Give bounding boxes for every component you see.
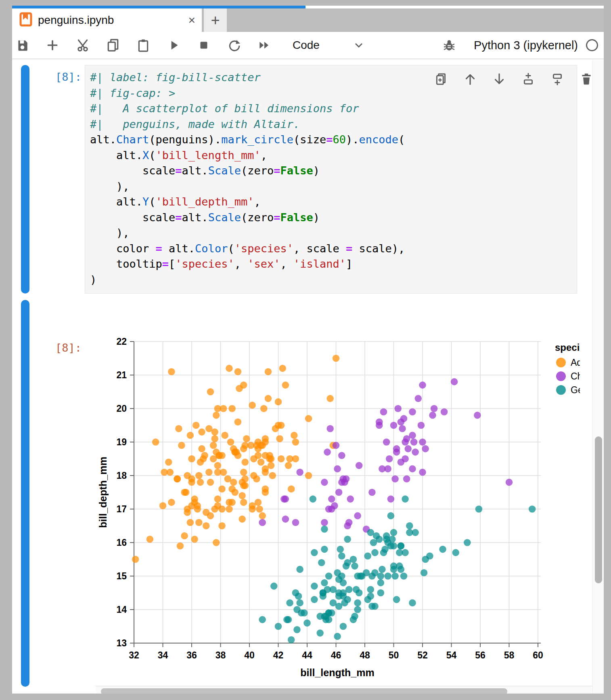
data-point-gentoo[interactable] (371, 549, 379, 556)
data-point-chinstrap[interactable] (376, 418, 383, 425)
data-point-adelie[interactable] (265, 368, 272, 375)
data-point-adelie[interactable] (253, 476, 260, 483)
data-point-gentoo[interactable] (303, 619, 311, 627)
horizontal-scrollbar[interactable] (96, 686, 598, 694)
data-point-gentoo[interactable] (398, 566, 405, 573)
data-point-gentoo[interactable] (354, 599, 361, 607)
data-point-chinstrap[interactable] (380, 409, 387, 416)
data-point-adelie[interactable] (268, 455, 275, 463)
data-point-adelie[interactable] (220, 405, 227, 412)
data-point-chinstrap[interactable] (335, 489, 343, 496)
data-point-chinstrap[interactable] (259, 519, 266, 526)
horizontal-scrollbar-thumb[interactable] (101, 688, 507, 694)
data-point-gentoo[interactable] (345, 586, 353, 593)
data-point-gentoo[interactable] (412, 529, 419, 536)
data-point-chinstrap[interactable] (402, 455, 409, 463)
data-point-adelie[interactable] (226, 505, 233, 513)
data-point-adelie[interactable] (241, 459, 249, 466)
data-point-chinstrap[interactable] (282, 516, 289, 523)
data-point-adelie[interactable] (218, 522, 226, 530)
data-point-chinstrap[interactable] (296, 469, 303, 476)
data-point-adelie[interactable] (159, 502, 167, 509)
data-point-gentoo[interactable] (354, 606, 361, 613)
data-point-adelie[interactable] (218, 505, 226, 513)
data-point-gentoo[interactable] (337, 546, 344, 553)
data-point-adelie[interactable] (226, 365, 233, 372)
data-point-gentoo[interactable] (344, 596, 351, 603)
vertical-scrollbar[interactable] (592, 60, 604, 694)
data-point-chinstrap[interactable] (282, 495, 289, 503)
data-point-adelie[interactable] (259, 512, 266, 520)
data-point-gentoo[interactable] (364, 552, 371, 560)
data-point-adelie[interactable] (262, 489, 269, 496)
data-point-gentoo[interactable] (285, 616, 292, 623)
data-point-adelie[interactable] (241, 482, 249, 489)
data-point-gentoo[interactable] (400, 572, 408, 580)
data-point-chinstrap[interactable] (391, 476, 399, 483)
data-point-adelie[interactable] (241, 442, 249, 449)
cut-button[interactable] (76, 38, 90, 52)
data-point-chinstrap[interactable] (386, 455, 393, 463)
data-point-adelie[interactable] (182, 489, 190, 496)
data-point-adelie[interactable] (207, 512, 214, 520)
data-point-gentoo[interactable] (367, 593, 375, 600)
data-point-adelie[interactable] (282, 381, 289, 389)
data-point-adelie[interactable] (198, 445, 205, 453)
data-point-chinstrap[interactable] (292, 519, 299, 526)
data-point-gentoo[interactable] (344, 536, 351, 543)
data-point-adelie[interactable] (279, 365, 286, 372)
data-point-adelie[interactable] (210, 442, 217, 449)
data-point-gentoo[interactable] (286, 599, 293, 607)
data-point-adelie[interactable] (275, 398, 282, 406)
data-point-chinstrap[interactable] (321, 479, 328, 486)
paste-button[interactable] (136, 38, 150, 52)
data-point-adelie[interactable] (195, 519, 203, 526)
data-point-gentoo[interactable] (334, 633, 341, 640)
insert-cell-above-button[interactable] (521, 72, 535, 86)
data-point-chinstrap[interactable] (383, 438, 390, 446)
data-point-adelie[interactable] (291, 432, 298, 439)
data-point-adelie[interactable] (226, 499, 233, 506)
data-point-gentoo[interactable] (353, 586, 360, 593)
data-point-gentoo[interactable] (422, 556, 429, 563)
data-point-chinstrap[interactable] (431, 405, 438, 412)
stop-button[interactable] (197, 38, 211, 52)
data-point-adelie[interactable] (214, 462, 222, 469)
restart-kernel-button[interactable] (227, 38, 241, 52)
move-cell-up-button[interactable] (463, 72, 477, 86)
vertical-scrollbar-thumb[interactable] (595, 436, 602, 583)
data-point-chinstrap[interactable] (400, 415, 408, 422)
data-point-adelie[interactable] (250, 455, 257, 463)
data-point-chinstrap[interactable] (321, 519, 328, 526)
code-editor[interactable]: #| label: fig-bill-scatter#| fig-cap: >#… (85, 65, 577, 287)
data-point-adelie[interactable] (249, 402, 256, 409)
data-point-adelie[interactable] (224, 476, 232, 483)
data-point-adelie[interactable] (239, 492, 246, 499)
data-point-adelie[interactable] (305, 472, 312, 479)
data-point-chinstrap[interactable] (419, 381, 426, 389)
data-point-gentoo[interactable] (335, 603, 343, 610)
data-point-adelie[interactable] (197, 459, 204, 466)
data-point-gentoo[interactable] (384, 572, 391, 580)
data-point-chinstrap[interactable] (384, 465, 391, 473)
data-point-adelie[interactable] (255, 499, 262, 506)
data-point-chinstrap[interactable] (451, 378, 458, 386)
data-point-adelie[interactable] (269, 472, 276, 479)
data-point-adelie[interactable] (228, 405, 236, 412)
data-point-adelie[interactable] (191, 536, 198, 543)
data-point-adelie[interactable] (213, 539, 220, 546)
data-point-adelie[interactable] (205, 425, 213, 432)
data-point-gentoo[interactable] (377, 572, 385, 580)
data-point-gentoo[interactable] (301, 610, 308, 617)
data-point-gentoo[interactable] (320, 593, 327, 600)
data-point-gentoo[interactable] (325, 572, 333, 580)
data-point-adelie[interactable] (227, 438, 234, 446)
data-point-chinstrap[interactable] (441, 409, 448, 416)
data-point-chinstrap[interactable] (404, 445, 412, 453)
data-point-gentoo[interactable] (439, 546, 446, 553)
data-point-adelie[interactable] (278, 455, 285, 463)
data-point-adelie[interactable] (197, 479, 204, 486)
data-point-chinstrap[interactable] (419, 469, 426, 476)
data-point-adelie[interactable] (132, 556, 139, 563)
data-point-chinstrap[interactable] (328, 495, 335, 503)
